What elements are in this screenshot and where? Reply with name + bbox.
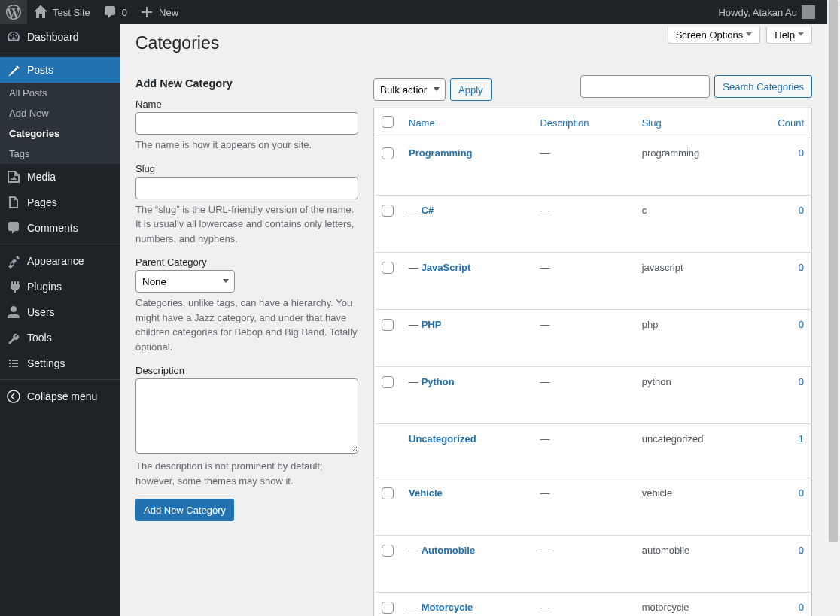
description-textarea[interactable] bbox=[135, 378, 358, 454]
row-checkbox[interactable] bbox=[382, 376, 394, 388]
wp-logo-icon[interactable] bbox=[0, 0, 27, 24]
home-icon bbox=[33, 5, 48, 20]
sidebar-item-dashboard[interactable]: Dashboard bbox=[0, 24, 120, 50]
admin-sidebar: Dashboard Posts All Posts Add New Catego… bbox=[0, 24, 120, 616]
category-count-link[interactable]: 0 bbox=[799, 545, 804, 556]
table-row: Vehicle—vehicle0 bbox=[374, 478, 812, 536]
category-name-link[interactable]: Programming bbox=[409, 147, 473, 159]
column-header-name[interactable]: Name bbox=[409, 117, 435, 129]
name-label: Name bbox=[135, 99, 358, 110]
slug-help: The “slug” is the URL-friendly version o… bbox=[135, 202, 358, 247]
category-count-link[interactable]: 0 bbox=[799, 602, 804, 613]
column-header-count[interactable]: Count bbox=[778, 117, 804, 129]
chevron-down-icon bbox=[798, 32, 804, 39]
category-count-link[interactable]: 0 bbox=[799, 319, 804, 330]
category-name-link[interactable]: C# bbox=[422, 205, 434, 216]
category-count-link[interactable]: 0 bbox=[799, 376, 804, 387]
row-checkbox[interactable] bbox=[382, 205, 394, 217]
table-row: — PHP—php0 bbox=[374, 310, 812, 367]
table-row: — JavaScript—javascript0 bbox=[374, 253, 812, 310]
sidebar-item-settings[interactable]: Settings bbox=[0, 350, 120, 376]
sidebar-item-tools[interactable]: Tools bbox=[0, 325, 120, 350]
table-row: — Motorcycle—motorcycle0 bbox=[374, 593, 812, 617]
parent-category-select[interactable]: None bbox=[135, 270, 235, 293]
window-scrollbar[interactable] bbox=[827, 0, 840, 616]
slug-input[interactable] bbox=[135, 177, 358, 199]
description-help: The description is not prominent by defa… bbox=[135, 459, 358, 488]
category-slug: php bbox=[635, 310, 756, 367]
sidebar-item-pages[interactable]: Pages bbox=[0, 190, 120, 215]
tools-icon bbox=[6, 330, 21, 345]
admin-bar: Test Site 0 New Howdy, Atakan Au bbox=[0, 0, 827, 24]
user-account-link[interactable]: Howdy, Atakan Au bbox=[712, 0, 821, 24]
comments-link[interactable]: 0 bbox=[96, 0, 133, 24]
avatar bbox=[802, 5, 815, 19]
row-checkbox[interactable] bbox=[382, 545, 394, 557]
category-slug: vehicle bbox=[635, 478, 756, 536]
sidebar-subitem-add-new[interactable]: Add New bbox=[0, 103, 120, 123]
sidebar-item-collapse[interactable]: Collapse menu bbox=[0, 384, 120, 409]
screen-options-button[interactable]: Screen Options bbox=[668, 27, 761, 44]
help-button[interactable]: Help bbox=[766, 27, 812, 44]
category-description: — bbox=[532, 196, 634, 253]
sidebar-item-media[interactable]: Media bbox=[0, 164, 120, 190]
category-count-link[interactable]: 1 bbox=[799, 433, 804, 445]
new-content-link[interactable]: New bbox=[133, 0, 184, 24]
category-count-link[interactable]: 0 bbox=[799, 262, 804, 273]
search-categories-button[interactable]: Search Categories bbox=[714, 75, 812, 98]
sidebar-subitem-tags[interactable]: Tags bbox=[0, 144, 120, 164]
category-slug: python bbox=[635, 367, 756, 424]
category-name-link[interactable]: Python bbox=[422, 376, 455, 387]
comments-icon bbox=[6, 220, 21, 235]
add-category-form: Add New Category Name The name is how it… bbox=[135, 77, 358, 521]
category-name-link[interactable]: JavaScript bbox=[422, 262, 471, 273]
category-count-link[interactable]: 0 bbox=[799, 205, 804, 216]
row-checkbox[interactable] bbox=[382, 319, 394, 331]
search-box: Search Categories bbox=[580, 75, 812, 98]
apply-button[interactable]: Apply bbox=[450, 78, 492, 101]
indent-marker: — bbox=[409, 545, 422, 556]
category-name-link[interactable]: Uncategorized bbox=[409, 433, 476, 445]
category-description: — bbox=[532, 478, 634, 536]
category-slug: motorcycle bbox=[635, 593, 756, 617]
search-input[interactable] bbox=[580, 75, 710, 98]
bulk-action-select[interactable]: Bulk actions bbox=[373, 78, 446, 101]
plus-icon bbox=[139, 5, 154, 20]
row-checkbox[interactable] bbox=[382, 487, 394, 499]
category-name-link[interactable]: PHP bbox=[422, 319, 442, 330]
sidebar-item-plugins[interactable]: Plugins bbox=[0, 274, 120, 299]
category-slug: javascript bbox=[635, 253, 756, 310]
name-help: The name is how it appears on your site. bbox=[135, 138, 358, 153]
sidebar-subitem-categories[interactable]: Categories bbox=[0, 123, 120, 144]
add-new-category-button[interactable]: Add New Category bbox=[135, 499, 234, 521]
column-header-slug[interactable]: Slug bbox=[642, 117, 662, 129]
row-checkbox[interactable] bbox=[382, 262, 394, 274]
sidebar-item-comments[interactable]: Comments bbox=[0, 215, 120, 241]
table-row: Uncategorized—uncategorized1 bbox=[374, 424, 812, 478]
category-count-link[interactable]: 0 bbox=[799, 147, 804, 159]
category-description: — bbox=[532, 424, 634, 478]
name-input[interactable] bbox=[135, 112, 358, 135]
sidebar-item-appearance[interactable]: Appearance bbox=[0, 248, 120, 274]
category-slug: c bbox=[635, 196, 756, 253]
sidebar-item-users[interactable]: Users bbox=[0, 299, 120, 325]
sidebar-item-posts[interactable]: Posts bbox=[0, 57, 120, 83]
row-checkbox[interactable] bbox=[382, 602, 394, 614]
category-name-link[interactable]: Automobile bbox=[422, 545, 476, 556]
indent-marker: — bbox=[409, 602, 422, 613]
column-header-description[interactable]: Description bbox=[540, 117, 589, 129]
sidebar-separator bbox=[0, 376, 120, 380]
category-name-link[interactable]: Motorcycle bbox=[422, 602, 473, 613]
svg-point-0 bbox=[8, 390, 20, 402]
select-all-checkbox[interactable] bbox=[382, 116, 394, 128]
category-name-link[interactable]: Vehicle bbox=[409, 487, 443, 499]
parent-label: Parent Category bbox=[135, 256, 358, 268]
site-name-link[interactable]: Test Site bbox=[27, 0, 96, 24]
row-checkbox[interactable] bbox=[382, 147, 394, 159]
sidebar-subitem-all-posts[interactable]: All Posts bbox=[0, 83, 120, 103]
category-count-link[interactable]: 0 bbox=[799, 487, 804, 499]
scrollbar-thumb[interactable] bbox=[829, 0, 838, 542]
main-content: Screen Options Help Categories Search Ca… bbox=[120, 24, 827, 616]
table-row: — Python—python0 bbox=[374, 367, 812, 424]
category-slug: automobile bbox=[635, 536, 756, 593]
